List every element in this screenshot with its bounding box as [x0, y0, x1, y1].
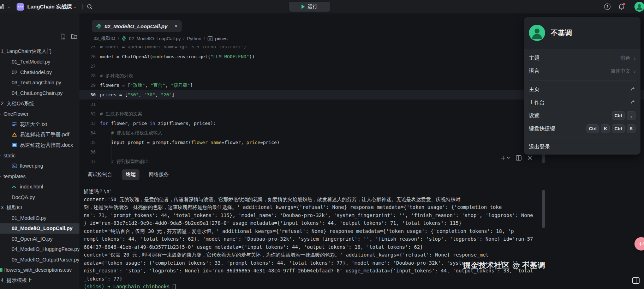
tree-item-file[interactable]: 03_OpenAI_IO.py [0, 234, 79, 244]
tree-item-file[interactable]: 02_ModelIO_LoopCall.py [0, 223, 79, 234]
terminal-output[interactable]: 描述吗？\n'content='50 元的玫瑰，是爱的使者，传递着深情与浪漫。它… [84, 187, 543, 289]
breadcrumb-separator: / [183, 36, 185, 41]
tree-item-file[interactable]: flower.png [0, 161, 79, 171]
tree-item-label: static [4, 153, 16, 158]
terminal-line: content='纯洁百合，仅需 30 元，芬芳满溢，爱意永恒。' additi… [84, 227, 543, 235]
tree-item-file[interactable]: 00_ImportTemplates.py [0, 286, 79, 289]
tree-item-file[interactable]: 04_ChatLongChain.py [0, 88, 79, 98]
tree-item-folder[interactable]: ⌄templates [0, 171, 79, 182]
terminal-line: _tokens': 77} [84, 275, 543, 283]
tree-item-file[interactable]: 05_ModelIO_OutputParser.py [0, 254, 79, 265]
panel-tab-active[interactable]: 终端 [122, 169, 139, 180]
tree-item-folder[interactable]: 3_模型IO [0, 203, 79, 213]
menu-item[interactable]: 退出登录 [529, 140, 636, 153]
code-text: # 使用提示模板生成输入 [100, 130, 162, 136]
translate-fab[interactable]: 中/ [634, 237, 644, 251]
code-line[interactable]: 37 # 得到模型的输出 [79, 157, 644, 164]
terminal-line: ns': 71, 'prompt_tokens': 44, 'total_tok… [84, 211, 543, 219]
tree-item-file[interactable]: 04_ModelIO_HuggingFace.py [0, 244, 79, 255]
menu-item[interactable]: 语言简体中文› [529, 65, 636, 78]
workspace-title[interactable]: LangChain 实战课 [27, 4, 72, 10]
tree-item-folder[interactable]: 2_文档QA系统 [0, 98, 79, 109]
panel-tab[interactable]: 网络服务 [145, 169, 173, 180]
ide-window: M ⌄ </> LangChain 实战课 ⌄ 运行 ? 1_LangChain… [0, 0, 644, 289]
chevron-down-icon[interactable]: ⌄ [7, 5, 10, 9]
prompt-directory: LangChain_chinbooks [113, 284, 169, 289]
explorer-actions [60, 34, 77, 40]
new-folder-icon[interactable] [71, 34, 77, 40]
breadcrumb-item[interactable]: prices [215, 36, 228, 41]
add-terminal-button[interactable] [501, 156, 510, 161]
python-icon [96, 23, 102, 29]
menu-item-label: 工作台 [529, 99, 630, 106]
menu-item[interactable]: 设置Ctrl, [529, 109, 636, 122]
kbd-key: S [627, 124, 636, 133]
kbd-key: , [627, 111, 636, 120]
chevron-down-icon[interactable]: ⌄ [73, 5, 77, 9]
indent-guide [112, 128, 112, 138]
run-button[interactable]: 运行 [289, 2, 330, 12]
tree-item-file[interactable]: 02_ChatModel.py [0, 67, 79, 78]
menu-item-label: 退出登录 [529, 144, 636, 150]
menu-item[interactable]: 主题暗色› [529, 52, 636, 65]
divider [82, 4, 83, 10]
tree-item-file[interactable]: 花语大全.txt [0, 119, 79, 130]
prompt-env: (shims) [84, 284, 105, 289]
panel-tabs: 调试控制台终端网络服务 [84, 169, 173, 180]
breadcrumb-item[interactable]: 02_ModelIO_LoopCall.py [129, 36, 181, 41]
app-logo[interactable]: M [0, 2, 6, 11]
code-text: flowers = ["玫瑰", "百合", "康乃馨"] [100, 82, 193, 89]
tree-item-folder[interactable]: 4_提示模板上 [0, 275, 79, 286]
tree-item-file[interactable]: 01_TextModel.py [0, 57, 79, 67]
tree-item-folder[interactable]: ⌄OneFlower [0, 109, 79, 119]
tree-item-folder[interactable]: ⌄static [0, 150, 79, 161]
split-panel-icon[interactable] [516, 155, 521, 161]
menu-item[interactable]: 主页 [529, 83, 636, 96]
close-tab-icon[interactable]: × [175, 23, 178, 29]
tree-item-file[interactable]: 03_TextLangChain.py [0, 78, 79, 88]
terminal-line: adata={'token_usage': {'completion_token… [84, 259, 543, 267]
img-file-icon [12, 163, 17, 169]
menu-item[interactable]: 工作台 [529, 96, 636, 109]
menu-item-label: 语言 [529, 68, 610, 74]
tree-item-label: OneFlower [4, 111, 29, 117]
new-file-icon[interactable] [60, 34, 66, 40]
workspace-icon[interactable]: </> [17, 3, 24, 11]
user-avatar[interactable] [634, 2, 644, 12]
tree-item-file[interactable]: 易速鲜花员工手册.pdf [0, 130, 79, 140]
tree-item-label: 3_模型IO [1, 204, 22, 211]
breadcrumb-item[interactable]: 03_模型IO [94, 35, 115, 42]
search-icon[interactable] [87, 4, 93, 10]
menu-item-value: 暗色 [620, 55, 630, 61]
terminal-line: } id='run-83e7c1d2-9e9c-4dd0-9da5-9b2ed9… [84, 219, 543, 227]
line-number: 29 [79, 83, 100, 88]
close-panel-icon[interactable] [527, 156, 532, 160]
breadcrumb: 03_模型IO/02_ModelIO_LoopCall.py/Python/@p… [94, 35, 227, 42]
code-text: for flower, price in zip(flowers, prices… [100, 121, 216, 126]
breadcrumb-item[interactable]: Python [187, 36, 201, 41]
chevron-right-icon: › [634, 55, 636, 61]
terminal-line: content='仅需 20 元，即可拥有一束温馨的康乃馨，它代表着无尽的爱与关… [84, 251, 543, 259]
tree-item-file[interactable]: flowers_with_descriptions.csv [0, 265, 79, 276]
tree-item-file[interactable]: DocQA.py [0, 192, 79, 203]
chevron-expanded-icon: ⌄ [0, 174, 1, 178]
file-explorer: 1_LangChain快速入门01_TextModel.py02_ChatMod… [0, 13, 79, 289]
menu-item-value: 简体中文 [610, 68, 630, 74]
tree-item-label: 易速鲜花运营指南.docx [20, 142, 73, 149]
panel-toggle-icon[interactable] [632, 277, 640, 284]
tree-item-folder[interactable]: 1_LangChain快速入门 [0, 46, 79, 57]
tree-item-file[interactable]: W易速鲜花运营指南.docx [0, 140, 79, 151]
menu-item[interactable]: 键盘快捷键CtrlKCtrlS [529, 122, 636, 135]
tree-item-file[interactable]: 01_ModelIO.py [0, 213, 79, 223]
tree-item-label: DocQA.py [12, 194, 35, 200]
panel-tab[interactable]: 调试控制台 [84, 169, 116, 180]
editor-tab-title: 02_ModelIO_LoopCall.py [105, 23, 172, 29]
line-number: 33 [79, 121, 100, 126]
code-text: # 多种花的列表 [100, 73, 133, 79]
code-text: # model = OpenAI(model_name="gpt-3.5-tur… [100, 46, 246, 49]
panel-divider[interactable] [79, 164, 644, 164]
tree-item-file[interactable]: <>index.html [0, 182, 79, 192]
editor-tab[interactable]: 02_ModelIO_LoopCall.py × [92, 20, 182, 32]
terminal-scrollbar[interactable] [542, 190, 545, 228]
help-icon[interactable]: ? [604, 4, 610, 10]
